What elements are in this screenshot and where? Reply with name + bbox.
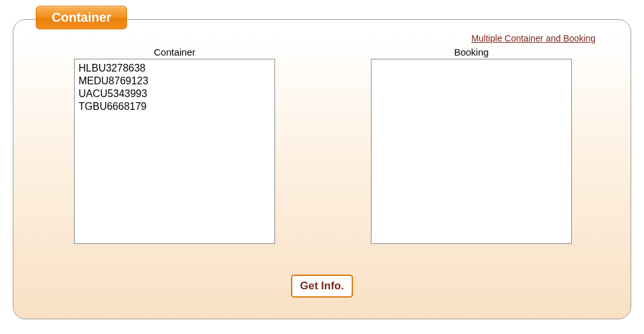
container-label: Container <box>154 47 195 57</box>
button-row: Get Info. <box>39 275 605 298</box>
fields-row: Container Booking <box>39 47 605 244</box>
booking-label: Booking <box>454 47 488 57</box>
booking-field-group: Booking <box>371 47 572 244</box>
container-textarea[interactable] <box>74 59 275 244</box>
multiple-container-booking-link[interactable]: Multiple Container and Booking <box>471 33 595 43</box>
container-panel: Container Multiple Container and Booking… <box>13 19 631 319</box>
container-field-group: Container <box>74 47 275 244</box>
panel-title: Container <box>36 6 127 29</box>
top-link-row: Multiple Container and Booking <box>39 33 605 44</box>
booking-textarea[interactable] <box>371 59 572 244</box>
get-info-button[interactable]: Get Info. <box>291 275 353 298</box>
